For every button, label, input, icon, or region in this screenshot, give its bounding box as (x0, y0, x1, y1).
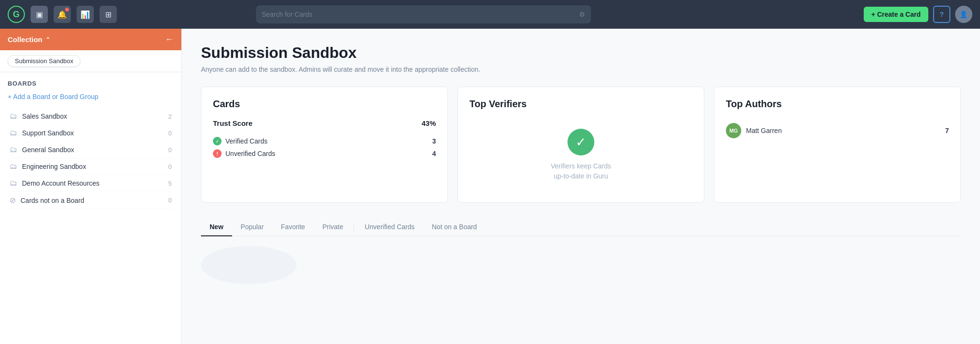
sidebar: Collection ⌃ ← Submission Sandbox Boards… (0, 29, 182, 344)
cards-stat-title: Cards (213, 99, 436, 110)
big-check-icon: ✓ (568, 129, 594, 155)
page-description: Anyone can add to the sandbox. Admins wi… (201, 66, 961, 73)
page-title: Submission Sandbox (201, 44, 961, 62)
top-authors-title: Top Authors (726, 99, 949, 110)
folder-icon: 🗂 (10, 179, 17, 188)
folder-icon: 🗂 (10, 145, 17, 154)
create-card-button[interactable]: + Create a Card (864, 7, 928, 22)
card-preview-shape (201, 246, 297, 284)
trust-score-label: Trust Score (213, 119, 253, 127)
layers-btn[interactable]: ⊞ (100, 6, 117, 23)
unverified-cards-label: Unverified Cards (225, 150, 275, 157)
stats-row: Cards Trust Score 43% ✓ Verified Cards 3… (201, 87, 961, 203)
unverified-cards-count: 4 (432, 150, 436, 157)
board-count: 0 (168, 130, 172, 137)
boards-section: Boards + Add a Board or Board Group 🗂 Sa… (0, 72, 181, 217)
author-count: 7 (945, 127, 949, 134)
trust-score-value: 43% (422, 119, 436, 127)
sidebar-breadcrumb: Submission Sandbox (0, 50, 181, 72)
board-count: 2 (168, 113, 172, 120)
top-verifiers-title: Top Verifiers (469, 99, 692, 110)
filter-icon: ⚙ (579, 11, 585, 18)
analytics-btn[interactable]: 📊 (77, 6, 94, 23)
tabs-bar: New Popular Favorite Private Unverified … (201, 218, 961, 236)
user-avatar[interactable]: 👤 (955, 6, 972, 23)
board-count: 0 (168, 146, 172, 154)
search-bar: ⚙ (256, 5, 591, 23)
tab-popular[interactable]: Popular (232, 218, 272, 236)
sidebar-header: Collection ⌃ ← (0, 29, 181, 50)
top-verifiers-card: Top Verifiers ✓ Verifiers keep Cards up-… (457, 87, 704, 203)
tab-not-on-board[interactable]: Not on a Board (423, 218, 485, 236)
help-button[interactable]: ? (933, 6, 950, 23)
notifications-btn[interactable]: 🔔 (54, 6, 71, 23)
tab-favorite[interactable]: Favorite (272, 218, 314, 236)
topnav: G ▣ 🔔 📊 ⊞ ⚙ + Create a Card ? 👤 (0, 0, 980, 29)
sidebar-item-engineering-sandbox[interactable]: 🗂 Engineering Sandbox 0 (8, 158, 174, 175)
verified-check-icon: ✓ (213, 137, 222, 145)
sidebar-item-support-sandbox[interactable]: 🗂 Support Sandbox 0 (8, 125, 174, 142)
notification-dot (65, 8, 69, 11)
verifiers-center: ✓ Verifiers keep Cards up-to-date in Gur… (469, 119, 692, 191)
app-body: Collection ⌃ ← Submission Sandbox Boards… (0, 29, 980, 344)
board-name: Support Sandbox (22, 129, 74, 137)
sidebar-item-demo-account[interactable]: 🗂 Demo Account Resources 5 (8, 175, 174, 192)
unverified-alert-icon: ! (213, 149, 222, 158)
trust-score-row: Trust Score 43% (213, 119, 436, 127)
folder-icon: 🗂 (10, 129, 17, 137)
guru-logo[interactable]: G (8, 6, 25, 23)
collection-label[interactable]: Collection ⌃ (8, 35, 50, 44)
tab-unverified[interactable]: Unverified Cards (356, 218, 423, 236)
board-name: Engineering Sandbox (22, 163, 86, 170)
cards-not-board-icon: ⊘ (10, 196, 16, 205)
search-input[interactable] (262, 11, 575, 18)
boards-title: Boards (8, 80, 174, 87)
sidebar-item-sales-sandbox[interactable]: 🗂 Sales Sandbox 2 (8, 108, 174, 125)
layers-icon: ⊞ (105, 10, 111, 19)
author-name: Matt Garren (746, 127, 782, 134)
book-icon: ▣ (36, 10, 43, 19)
verified-cards-label: Verified Cards (225, 137, 267, 145)
collapse-sidebar-button[interactable]: ← (165, 34, 174, 44)
collection-chevron-icon: ⌃ (45, 36, 50, 43)
unverified-cards-row: ! Unverified Cards 4 (213, 147, 436, 160)
tab-divider (354, 222, 354, 232)
tab-new[interactable]: New (201, 218, 232, 236)
sidebar-item-general-sandbox[interactable]: 🗂 General Sandbox 0 (8, 142, 174, 158)
verified-cards-row: ✓ Verified Cards 3 (213, 135, 436, 147)
verifiers-description: Verifiers keep Cards up-to-date in Guru (551, 161, 611, 181)
sidebar-item-cards-not-on-board[interactable]: ⊘ Cards not on a Board 0 (8, 192, 174, 209)
author-avatar: MG (726, 123, 741, 138)
board-name: Cards not on a Board (21, 197, 84, 204)
board-name: Sales Sandbox (22, 112, 67, 120)
author-row: MG Matt Garren 7 (726, 119, 949, 142)
tab-private[interactable]: Private (314, 218, 352, 236)
cards-view-btn[interactable]: ▣ (31, 6, 48, 23)
topnav-right: + Create a Card ? 👤 (864, 6, 972, 23)
folder-icon: 🗂 (10, 162, 17, 171)
cards-stat-card: Cards Trust Score 43% ✓ Verified Cards 3… (201, 87, 448, 203)
top-authors-card: Top Authors MG Matt Garren 7 (714, 87, 961, 203)
main-content: Submission Sandbox Anyone can add to the… (182, 29, 980, 344)
add-board-button[interactable]: + Add a Board or Board Group (8, 93, 99, 100)
folder-icon: 🗂 (10, 112, 17, 121)
chart-icon: 📊 (80, 10, 90, 19)
board-name: General Sandbox (22, 146, 74, 154)
card-preview-area (201, 246, 961, 284)
board-count: 5 (168, 180, 172, 187)
breadcrumb-chip[interactable]: Submission Sandbox (8, 55, 80, 67)
board-count: 0 (168, 163, 172, 170)
collection-title: Collection (8, 35, 43, 44)
board-count: 0 (168, 197, 172, 204)
verified-cards-count: 3 (432, 137, 436, 145)
board-name: Demo Account Resources (22, 179, 100, 187)
